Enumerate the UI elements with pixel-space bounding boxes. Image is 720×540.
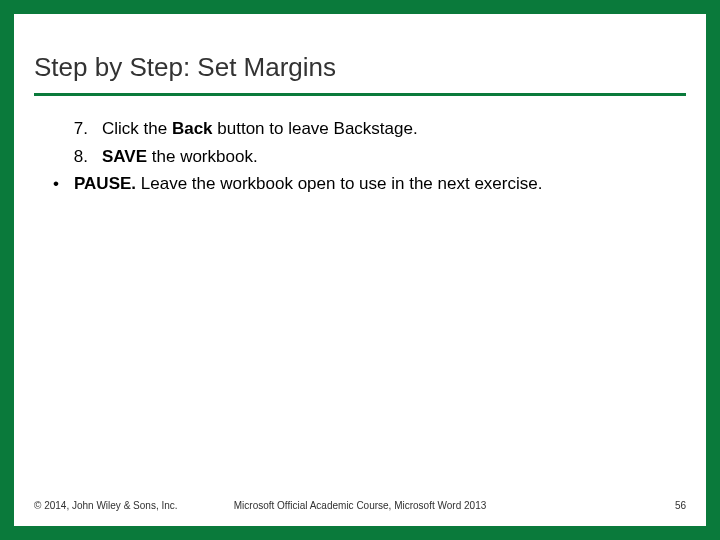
step-text: Click the Back button to leave Backstage… [102,116,682,142]
step-number: 7. [38,116,102,142]
slide-title: Step by Step: Set Margins [34,52,686,83]
step-text: PAUSE. Leave the workbook open to use in… [74,171,682,197]
footer-page-number: 56 [675,500,686,511]
footer-wrap: © 2014, John Wiley & Sons, Inc. Microsof… [34,500,686,514]
text-segment: button to leave Backstage. [213,119,418,138]
bold-segment: Back [172,119,213,138]
text-segment: Leave the workbook open to use in the ne… [136,174,542,193]
step-8: 8. SAVE the workbook. [38,144,682,170]
step-7: 7. Click the Back button to leave Backst… [38,116,682,142]
footer: © 2014, John Wiley & Sons, Inc. Microsof… [14,500,706,526]
footer-copyright: © 2014, John Wiley & Sons, Inc. [34,500,178,511]
pause-item: • PAUSE. Leave the workbook open to use … [38,171,682,197]
step-number: 8. [38,144,102,170]
text-segment: the workbook. [147,147,258,166]
slide: Step by Step: Set Margins 7. Click the B… [14,14,706,526]
content-area: 7. Click the Back button to leave Backst… [14,96,706,500]
bullet-marker: • [38,171,74,197]
step-text: SAVE the workbook. [102,144,682,170]
text-segment: Click the [102,119,172,138]
bold-segment: SAVE [102,147,147,166]
bold-segment: PAUSE. [74,174,136,193]
title-area: Step by Step: Set Margins [14,14,706,89]
